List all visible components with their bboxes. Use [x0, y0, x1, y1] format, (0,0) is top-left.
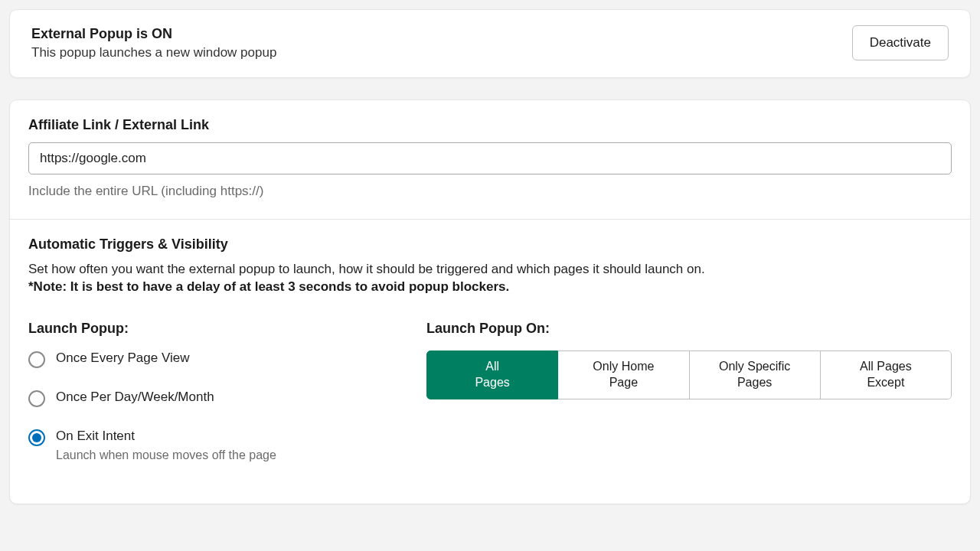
- launch-popup-column: Launch Popup: Once Every Page ViewOnce P…: [28, 321, 396, 484]
- launch-on-column: Launch Popup On: All PagesOnly Home Page…: [426, 321, 952, 484]
- radio-icon: [28, 390, 45, 407]
- radio-body: On Exit IntentLaunch when mouse moves of…: [56, 429, 276, 462]
- link-help-text: Include the entire URL (including https:…: [28, 184, 952, 199]
- radio-body: Once Per Day/Week/Month: [56, 390, 214, 405]
- status-subtitle: This popup launches a new window popup: [31, 45, 276, 60]
- radio-label: Once Every Page View: [56, 350, 190, 366]
- launch-popup-radio-0[interactable]: Once Every Page View: [28, 350, 396, 368]
- launch-on-segment-1[interactable]: Only Home Page: [558, 350, 689, 399]
- launch-on-segment-group: All PagesOnly Home PageOnly Specific Pag…: [426, 350, 952, 399]
- deactivate-button[interactable]: Deactivate: [852, 25, 949, 60]
- triggers-description: Set how often you want the external popu…: [28, 262, 952, 277]
- launch-on-segment-3[interactable]: All Pages Except: [821, 350, 952, 399]
- settings-card: Affiliate Link / External Link Include t…: [9, 99, 971, 504]
- radio-label: On Exit Intent: [56, 429, 276, 444]
- link-section: Affiliate Link / External Link Include t…: [10, 100, 970, 219]
- triggers-columns: Launch Popup: Once Every Page ViewOnce P…: [28, 321, 952, 484]
- triggers-title: Automatic Triggers & Visibility: [28, 236, 952, 253]
- radio-icon: [28, 351, 45, 368]
- link-section-title: Affiliate Link / External Link: [28, 117, 952, 133]
- status-row: External Popup is ON This popup launches…: [10, 10, 970, 77]
- status-card: External Popup is ON This popup launches…: [9, 9, 971, 78]
- radio-body: Once Every Page View: [56, 350, 190, 366]
- status-text-block: External Popup is ON This popup launches…: [31, 26, 276, 60]
- launch-popup-radio-group: Once Every Page ViewOnce Per Day/Week/Mo…: [28, 350, 396, 462]
- launch-popup-radio-1[interactable]: Once Per Day/Week/Month: [28, 390, 396, 407]
- radio-label: Once Per Day/Week/Month: [56, 390, 214, 405]
- status-title: External Popup is ON: [31, 26, 276, 42]
- launch-on-segment-2[interactable]: Only Specific Pages: [690, 350, 821, 399]
- launch-on-title: Launch Popup On:: [426, 321, 952, 337]
- launch-popup-radio-2[interactable]: On Exit IntentLaunch when mouse moves of…: [28, 429, 396, 462]
- radio-subtext: Launch when mouse moves off the page: [56, 448, 276, 462]
- launch-on-segment-0[interactable]: All Pages: [426, 350, 558, 399]
- triggers-section: Automatic Triggers & Visibility Set how …: [10, 219, 970, 504]
- triggers-note: *Note: It is best to have a delay of at …: [28, 279, 952, 295]
- radio-icon: [28, 429, 45, 446]
- affiliate-link-input[interactable]: [28, 142, 952, 174]
- launch-popup-title: Launch Popup:: [28, 321, 396, 337]
